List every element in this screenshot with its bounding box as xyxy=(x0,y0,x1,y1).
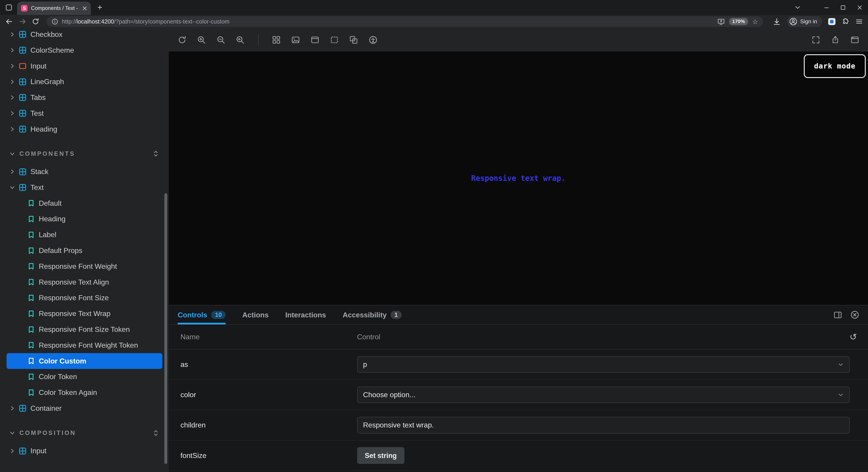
chevron-right-icon xyxy=(9,95,15,100)
tab-close-icon[interactable] xyxy=(83,6,87,11)
sidebar-item-input-composition[interactable]: Input xyxy=(0,443,169,459)
set-string-button[interactable]: Set string xyxy=(357,447,405,464)
extensions-puzzle-icon[interactable] xyxy=(842,18,849,25)
as-select[interactable]: p xyxy=(357,356,850,373)
zoom-reset-icon[interactable] xyxy=(235,34,246,45)
reload-icon[interactable] xyxy=(32,18,39,25)
chevron-down-icon xyxy=(9,430,15,436)
install-app-icon[interactable] xyxy=(717,18,725,25)
story-default[interactable]: Default xyxy=(0,195,169,211)
story-responsive-text-align[interactable]: Responsive Text Align xyxy=(0,274,169,290)
sidebar-item-input-top[interactable]: Input xyxy=(0,58,169,74)
story-responsive-font-size[interactable]: Responsive Font Size xyxy=(0,290,169,306)
chevron-right-icon xyxy=(9,111,15,116)
share-icon[interactable] xyxy=(830,34,841,45)
story-responsive-font-weight[interactable]: Responsive Font Weight xyxy=(0,258,169,274)
sidebar-item-linegraph[interactable]: LineGraph xyxy=(0,74,169,90)
story-heading[interactable]: Heading xyxy=(0,211,169,227)
sidebar-item-tabs[interactable]: Tabs xyxy=(0,90,169,105)
story-responsive-text-wrap[interactable]: Responsive Text Wrap xyxy=(0,306,169,322)
sidebar-item-text[interactable]: Text xyxy=(0,180,169,195)
control-row-children: children xyxy=(169,410,868,441)
bookmark-star-icon[interactable]: ☆ xyxy=(752,18,758,25)
sidebar-item-heading-top[interactable]: Heading xyxy=(0,121,169,137)
component-icon xyxy=(19,94,26,101)
tab-actions-icon[interactable] xyxy=(5,4,13,11)
fullscreen-icon[interactable] xyxy=(810,34,822,45)
sidebar-item-container[interactable]: Container xyxy=(0,400,169,416)
measure-icon[interactable] xyxy=(329,34,340,45)
window-close-icon[interactable] xyxy=(851,0,868,15)
pinned-extension-icon[interactable] xyxy=(828,18,835,25)
tab-controls[interactable]: Controls 10 xyxy=(178,305,225,324)
tab-actions[interactable]: Actions xyxy=(242,305,269,324)
tab-search-icon[interactable] xyxy=(789,0,806,15)
window-minimize-icon[interactable] xyxy=(818,0,835,15)
panel-position-icon[interactable] xyxy=(834,310,842,319)
browser-tab[interactable]: S Components / Text - Color Cus... xyxy=(17,2,91,15)
window-maximize-icon[interactable] xyxy=(835,0,851,15)
accessibility-vision-icon[interactable] xyxy=(368,34,379,45)
component-icon xyxy=(19,109,26,117)
story-responsive-font-weight-token[interactable]: Responsive Font Weight Token xyxy=(0,337,169,353)
grid-toggle-icon[interactable] xyxy=(271,34,282,45)
controls-table: Name Control ↺ as p xyxy=(169,325,868,472)
component-icon xyxy=(19,31,26,38)
reset-controls-icon[interactable]: ↺ xyxy=(849,333,868,341)
toolbar-divider xyxy=(258,35,258,45)
remount-icon[interactable] xyxy=(177,34,188,45)
story-color-custom-selected[interactable]: Color Custom xyxy=(6,353,162,369)
storybook-sidebar: Checkbox ColorScheme Input LineGraph xyxy=(0,28,169,472)
sidebar-item-colorscheme[interactable]: ColorScheme xyxy=(0,42,169,58)
control-column-header: Control xyxy=(357,333,844,341)
background-toggle-icon[interactable] xyxy=(290,34,301,45)
site-info-icon[interactable] xyxy=(52,18,58,25)
new-tab-button[interactable]: + xyxy=(97,3,102,12)
component-icon xyxy=(19,404,26,412)
controls-table-header: Name Control ↺ xyxy=(169,325,868,350)
sidebar-item-checkbox[interactable]: Checkbox xyxy=(0,28,169,42)
sidebar-scrollbar[interactable] xyxy=(164,193,167,464)
zoom-in-icon[interactable] xyxy=(196,34,207,45)
zoom-level-badge[interactable]: 170% xyxy=(729,18,748,25)
downloads-icon[interactable] xyxy=(773,18,781,26)
color-select[interactable]: Choose option... xyxy=(357,386,850,403)
tab-accessibility[interactable]: Accessibility 1 xyxy=(343,305,402,324)
canvas-link-icon[interactable] xyxy=(849,34,860,45)
bookmark-icon xyxy=(28,326,35,333)
outline-icon[interactable] xyxy=(348,34,359,45)
bookmark-icon xyxy=(28,310,35,317)
back-icon[interactable] xyxy=(5,18,13,26)
component-icon xyxy=(19,184,26,191)
children-text-input[interactable] xyxy=(357,417,850,433)
address-bar[interactable]: http://localhost:4200/?path=/story/compo… xyxy=(46,16,763,27)
profile-signin-chip[interactable]: Sign in xyxy=(787,16,822,27)
viewport-icon[interactable] xyxy=(309,34,320,45)
sidebar-section-components[interactable]: COMPONENTS xyxy=(0,146,169,162)
collapse-expand-icon[interactable] xyxy=(153,150,159,157)
collapse-expand-icon[interactable] xyxy=(153,430,159,436)
story-label[interactable]: Label xyxy=(0,227,169,243)
chevron-right-icon xyxy=(9,406,15,411)
storybook-favicon: S xyxy=(21,5,28,11)
chevron-right-icon xyxy=(9,126,15,132)
sidebar-section-composition[interactable]: COMPOSITION xyxy=(0,425,169,441)
browser-menu-icon[interactable] xyxy=(855,18,863,25)
signin-label: Sign in xyxy=(800,18,817,25)
forward-icon[interactable] xyxy=(18,18,27,26)
story-color-token-again[interactable]: Color Token Again xyxy=(0,385,169,401)
bookmark-icon xyxy=(28,231,35,239)
tab-interactions[interactable]: Interactions xyxy=(285,305,326,324)
story-responsive-font-size-token[interactable]: Responsive Font Size Token xyxy=(0,322,169,338)
story-default-props[interactable]: Default Props xyxy=(0,243,169,259)
browser-toolbar: http://localhost:4200/?path=/story/compo… xyxy=(0,15,868,28)
sidebar-item-test[interactable]: Test xyxy=(0,105,169,121)
dark-mode-toggle-button[interactable]: dark mode xyxy=(804,54,866,78)
sidebar-item-stack[interactable]: Stack xyxy=(0,164,169,180)
chevron-right-icon xyxy=(9,63,15,69)
bookmark-icon xyxy=(28,199,35,207)
story-color-token[interactable]: Color Token xyxy=(0,369,169,385)
bookmark-icon xyxy=(28,263,35,270)
close-panel-icon[interactable] xyxy=(850,310,859,319)
zoom-out-icon[interactable] xyxy=(215,34,226,45)
